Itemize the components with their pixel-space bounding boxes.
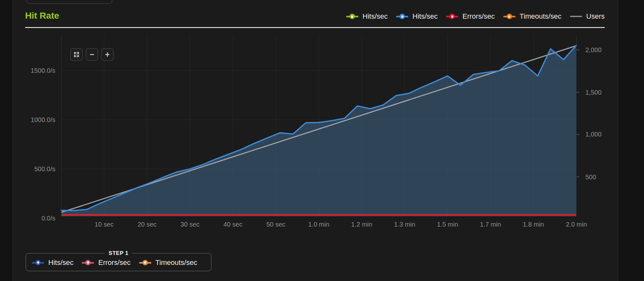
x-tick-label: 10 sec xyxy=(85,220,123,229)
zoom-in-button[interactable]: + xyxy=(101,48,114,61)
truncated-top-element xyxy=(26,0,112,4)
hits-sec-marker-icon xyxy=(346,14,358,19)
step-group-label: STEP 1 xyxy=(105,250,132,257)
legend-item-label: Hits/sec xyxy=(48,258,73,267)
legend-item-errors-sec-2[interactable]: Errors/sec xyxy=(446,12,495,21)
x-tick-label: 20 sec xyxy=(128,220,166,229)
plus-icon: + xyxy=(105,51,110,59)
chart-legend-top: Hits/secHits/secErrors/secTimeouts/secUs… xyxy=(346,12,605,21)
legend-item-hits-sec-1[interactable]: Hits/sec xyxy=(396,12,438,21)
y-left-tick-0: 0.0/s xyxy=(19,214,55,222)
chart-zoom-controls: − + xyxy=(70,48,114,61)
expand-arrows-icon xyxy=(73,51,80,58)
x-tick-label: 1.3 min xyxy=(385,220,424,229)
y-right-tick-2000: 2,000 xyxy=(585,46,624,54)
legend-item-hits-sec-0[interactable]: Hits/sec xyxy=(346,12,388,21)
errors-sec-marker-icon xyxy=(446,14,458,19)
y-left-tick-1000: 1000.0/s xyxy=(19,116,55,124)
legend-item-hits-sec-0[interactable]: Hits/sec xyxy=(32,258,73,267)
header-divider xyxy=(25,27,605,28)
legend-item-label: Errors/sec xyxy=(98,258,130,267)
hit-rate-plot[interactable] xyxy=(61,35,576,216)
x-tick-label: 1.7 min xyxy=(471,220,510,229)
y-left-tick-1500: 1500.0/s xyxy=(19,66,55,75)
hits-sec-marker-icon xyxy=(32,260,44,266)
legend-item-label: Hits/sec xyxy=(363,12,388,21)
x-tick-label: 1.5 min xyxy=(428,220,467,229)
x-tick-label: 50 sec xyxy=(257,220,295,229)
legend-item-label: Timeouts/sec xyxy=(520,12,562,21)
legend-item-label: Users xyxy=(586,12,605,21)
y-right-tick-1000: 1,000 xyxy=(585,130,624,138)
hit-rate-page: Hit Rate Hits/secHits/secErrors/secTimeo… xyxy=(0,0,644,281)
legend-item-timeouts-sec-2[interactable]: Timeouts/sec xyxy=(139,258,197,267)
autoscale-button[interactable] xyxy=(70,48,83,61)
x-tick-label: 2.0 min xyxy=(557,220,596,229)
y-left-tick-500: 500.0/s xyxy=(19,165,55,173)
y-right-tick-1500: 1,500 xyxy=(585,88,624,97)
page-title: Hit Rate xyxy=(25,11,59,21)
x-tick-label: 40 sec xyxy=(213,220,252,229)
x-tick-label: 1.8 min xyxy=(514,220,553,229)
y-right-tick-500: 500 xyxy=(585,173,624,181)
x-tick-label: 1.2 min xyxy=(342,220,381,229)
legend-item-label: Hits/sec xyxy=(412,12,438,21)
legend-item-label: Errors/sec xyxy=(462,12,495,21)
x-tick-label: 1.0 min xyxy=(299,220,338,229)
timeouts-sec-marker-icon xyxy=(139,260,151,266)
timeouts-sec-marker-icon xyxy=(503,14,516,19)
legend-item-users-4[interactable]: Users xyxy=(570,12,605,21)
hits-sec-marker-icon xyxy=(396,14,408,19)
legend-item-label: Timeouts/sec xyxy=(156,258,197,267)
minus-icon: − xyxy=(90,51,94,59)
legend-item-errors-sec-1[interactable]: Errors/sec xyxy=(82,258,130,267)
users-marker-icon xyxy=(570,14,582,19)
errors-sec-marker-icon xyxy=(82,260,94,266)
x-tick-label: 30 sec xyxy=(171,220,209,229)
legend-item-timeouts-sec-3[interactable]: Timeouts/sec xyxy=(503,12,562,21)
step-1-legend-group: STEP 1 Hits/secErrors/secTimeouts/sec xyxy=(25,253,212,271)
zoom-out-button[interactable]: − xyxy=(86,48,98,61)
